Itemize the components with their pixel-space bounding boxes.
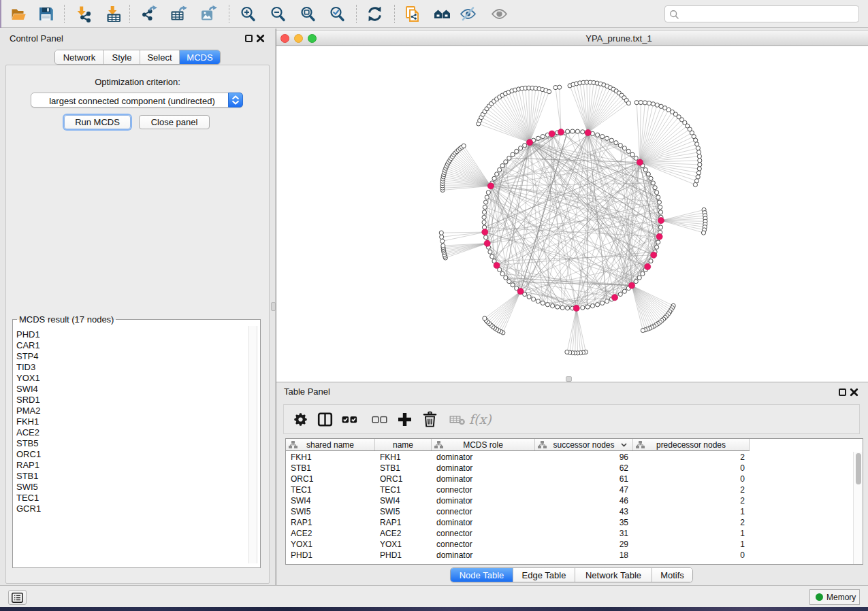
network-leaf-node[interactable] — [641, 329, 645, 333]
network-leaf-node[interactable] — [651, 102, 655, 106]
network-node[interactable] — [482, 220, 486, 225]
network-leaf-node[interactable] — [647, 101, 651, 105]
network-leaf-node[interactable] — [639, 101, 643, 105]
network-node[interactable] — [634, 156, 638, 160]
network-leaf-node[interactable] — [441, 244, 445, 248]
network-node[interactable] — [484, 235, 488, 240]
mcds-result-item[interactable]: SRD1 — [16, 395, 246, 406]
network-leaf-node[interactable] — [696, 175, 700, 179]
table-row[interactable]: STB1STB1dominator620 — [286, 463, 863, 474]
mcds-result-item[interactable]: FKH1 — [16, 416, 246, 427]
network-node[interactable] — [532, 297, 536, 301]
vertical-splitter-grip[interactable] — [271, 302, 276, 311]
mcds-hub-node[interactable] — [517, 288, 524, 295]
zoom-selected-icon[interactable] — [329, 5, 346, 22]
network-leaf-node[interactable] — [440, 235, 444, 239]
tab-mcds[interactable]: MCDS — [180, 50, 220, 64]
mcds-result-item[interactable]: ORC1 — [16, 449, 246, 460]
network-node[interactable] — [519, 146, 523, 150]
mcds-hub-node[interactable] — [482, 229, 488, 235]
table-row[interactable]: SWI4SWI4dominator462 — [286, 495, 863, 506]
table-row[interactable]: TEC1TEC1connector472 — [286, 484, 863, 495]
network-node[interactable] — [581, 130, 585, 134]
network-leaf-node[interactable] — [643, 101, 647, 105]
network-node[interactable] — [590, 304, 594, 308]
mcds-hub-node[interactable] — [656, 233, 662, 240]
close-traffic-light[interactable] — [280, 34, 289, 43]
column-header-MCDS-role[interactable]: MCDS role — [432, 439, 535, 450]
network-node[interactable] — [483, 205, 487, 209]
network-node[interactable] — [500, 271, 504, 276]
mcds-hub-node[interactable] — [651, 252, 657, 258]
network-node[interactable] — [600, 301, 605, 305]
run-mcds-button[interactable]: Run MCDS — [64, 115, 131, 129]
network-node[interactable] — [570, 129, 575, 133]
zoom-traffic-light[interactable] — [308, 34, 317, 43]
network-node[interactable] — [523, 144, 527, 148]
network-node[interactable] — [596, 303, 600, 307]
network-node[interactable] — [495, 172, 499, 176]
network-node[interactable] — [504, 160, 508, 164]
tab-select[interactable]: Select — [140, 50, 180, 64]
mcds-result-item[interactable]: ACE2 — [16, 427, 246, 438]
import-table-icon[interactable] — [106, 5, 123, 22]
network-node[interactable] — [649, 176, 653, 180]
network-leaf-node[interactable] — [565, 350, 569, 354]
network-leaf-node[interactable] — [483, 316, 487, 320]
save-session-icon[interactable] — [37, 5, 54, 22]
network-view[interactable] — [276, 46, 868, 382]
network-node[interactable] — [545, 303, 549, 307]
tab-network[interactable]: Network — [55, 50, 104, 64]
network-node[interactable] — [485, 195, 489, 199]
network-node[interactable] — [658, 205, 662, 209]
function-builder-icon[interactable]: f(x) — [469, 411, 492, 428]
export-network-icon[interactable] — [141, 5, 158, 22]
table-panel-close-button[interactable] — [850, 388, 858, 397]
network-node[interactable] — [653, 186, 657, 190]
network-node[interactable] — [596, 133, 600, 137]
network-leaf-node[interactable] — [697, 150, 701, 154]
network-leaf-node[interactable] — [634, 101, 639, 105]
network-node[interactable] — [541, 135, 545, 139]
table-row[interactable]: RAP1RAP1dominator352 — [286, 517, 863, 528]
network-node[interactable] — [488, 250, 492, 254]
network-node[interactable] — [498, 168, 502, 172]
mcds-result-item[interactable]: TEC1 — [16, 493, 246, 503]
network-node[interactable] — [486, 191, 490, 195]
tab-node-table[interactable]: Node Table — [451, 568, 513, 582]
mcds-hub-node[interactable] — [611, 295, 617, 301]
task-history-button[interactable] — [8, 590, 27, 605]
export-table-icon[interactable] — [170, 5, 187, 22]
table-scrollbar-thumb[interactable] — [856, 453, 861, 484]
network-node[interactable] — [507, 156, 511, 160]
hide-selected-icon[interactable] — [460, 5, 477, 22]
mcds-result-item[interactable]: SWI5 — [16, 482, 246, 493]
refresh-icon[interactable] — [366, 5, 383, 22]
mcds-hub-node[interactable] — [484, 240, 490, 246]
network-node[interactable] — [641, 271, 645, 276]
export-image-icon[interactable] — [200, 5, 217, 22]
mcds-result-item[interactable]: STB1 — [16, 471, 246, 482]
mcds-hub-node[interactable] — [658, 218, 664, 224]
network-leaf-node[interactable] — [694, 138, 698, 142]
network-node[interactable] — [622, 146, 626, 150]
network-node[interactable] — [484, 200, 488, 204]
network-node[interactable] — [655, 245, 659, 249]
close-panel-button[interactable]: Close panel — [139, 115, 210, 129]
column-header-predecessor-nodes[interactable]: predecessor nodes — [633, 439, 750, 450]
network-node[interactable] — [622, 289, 626, 293]
memory-button[interactable]: Memory — [809, 589, 860, 605]
network-node[interactable] — [637, 276, 641, 280]
first-neighbors-icon[interactable] — [434, 5, 451, 22]
criterion-dropdown[interactable]: largest connected component (undirected) — [31, 93, 243, 108]
network-node[interactable] — [490, 254, 494, 259]
add-column-icon[interactable] — [396, 411, 413, 428]
network-node[interactable] — [482, 210, 486, 214]
table-row[interactable]: YOX1YOX1connector291 — [286, 539, 863, 550]
network-node[interactable] — [566, 129, 570, 133]
mcds-hub-node[interactable] — [637, 159, 643, 165]
network-leaf-node[interactable] — [695, 142, 699, 146]
open-session-icon[interactable] — [10, 5, 27, 22]
network-leaf-node[interactable] — [547, 90, 551, 94]
table-row[interactable]: SWI5SWI5connector431 — [286, 506, 863, 517]
